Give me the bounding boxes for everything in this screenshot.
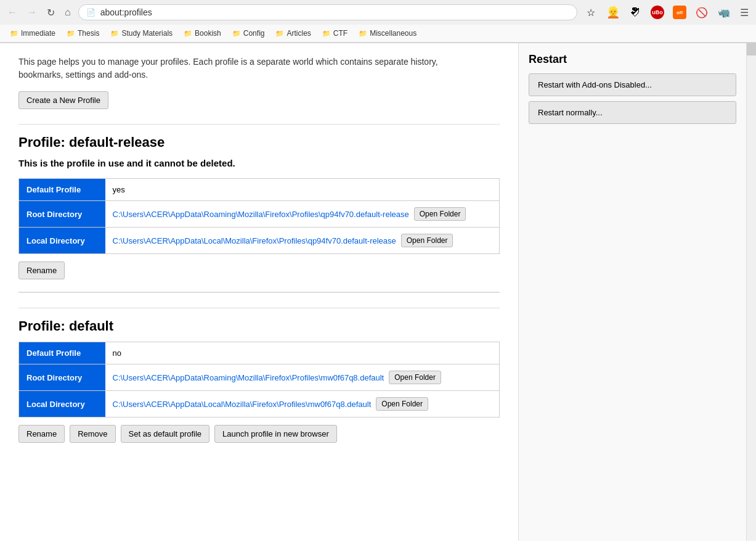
- root-directory-2-value: C:\Users\ACER\AppData\Roaming\Mozilla\Fi…: [105, 364, 500, 390]
- scrollbar[interactable]: [746, 43, 756, 541]
- scrollbar-thumb[interactable]: [747, 43, 756, 56]
- open-folder-root-2-button[interactable]: Open Folder: [389, 371, 441, 384]
- home-button[interactable]: ⌂: [62, 4, 73, 20]
- restart-panel: Restart Restart with Add-ons Disabled...…: [518, 43, 746, 541]
- root-directory-value: C:\Users\ACER\AppData\Roaming\Mozilla\Fi…: [105, 201, 500, 227]
- bookmark-star-icon[interactable]: ☆: [582, 4, 600, 21]
- root-directory-2-label: Root Directory: [19, 364, 105, 391]
- table-row: Root Directory C:\Users\ACER\AppData\Roa…: [19, 364, 500, 391]
- folder-icon: 📁: [275, 30, 284, 38]
- table-row: Root Directory C:\Users\ACER\AppData\Roa…: [19, 201, 500, 228]
- local-directory-value: C:\Users\ACER\AppData\Local\Mozilla\Fire…: [105, 228, 500, 253]
- folder-icon: 📁: [110, 30, 119, 38]
- launch-profile-button[interactable]: Launch profile in new browser: [214, 425, 337, 443]
- profile-default-release-section: Profile: default-release This is the pro…: [18, 124, 500, 279]
- page-icon: 📄: [86, 8, 96, 17]
- profile-1-actions: Rename: [18, 261, 500, 279]
- folder-icon: 📁: [67, 30, 75, 38]
- create-profile-button[interactable]: Create a New Profile: [18, 91, 108, 109]
- bookmark-study-materials[interactable]: 📁 Study Materials: [105, 27, 177, 39]
- block-icon[interactable]: 🚫: [693, 4, 710, 21]
- main-area: This page helps you to manage your profi…: [0, 43, 518, 541]
- table-row: Default Profile yes: [19, 179, 500, 201]
- user-avatar-icon[interactable]: 👱: [604, 4, 622, 21]
- open-folder-local-2-button[interactable]: Open Folder: [376, 397, 428, 411]
- local-directory-2-value: C:\Users\ACER\AppData\Local\Mozilla\Fire…: [105, 391, 500, 417]
- rename-2-button[interactable]: Rename: [18, 425, 65, 443]
- folder-icon: 📁: [359, 30, 367, 38]
- address-bar[interactable]: 📄 about:profiles: [78, 4, 577, 20]
- nav-bar: ← → ↻ ⌂ 📄 about:profiles ☆ 👱 🨈 uBo off 🚫…: [0, 0, 756, 25]
- open-folder-local-1-button[interactable]: Open Folder: [401, 234, 453, 247]
- folder-icon: 📁: [232, 30, 241, 38]
- table-row: Local Directory C:\Users\ACER\AppData\Lo…: [19, 228, 500, 254]
- root-directory-label: Root Directory: [19, 201, 105, 228]
- table-row: Local Directory C:\Users\ACER\AppData\Lo…: [19, 391, 500, 417]
- folder-icon: 📁: [184, 30, 192, 38]
- folder-icon: 📁: [10, 30, 18, 38]
- bookmark-articles[interactable]: 📁 Articles: [270, 27, 315, 39]
- restart-normal-button[interactable]: Restart normally...: [529, 101, 736, 124]
- bookmark-thesis[interactable]: 📁 Thesis: [62, 27, 104, 39]
- profile-1-subtitle: This is the profile in use and it cannot…: [18, 158, 500, 168]
- table-row: Default Profile no: [19, 342, 500, 364]
- separator: [18, 292, 500, 293]
- off-extension-icon[interactable]: off: [671, 4, 688, 21]
- bookmark-miscellaneous[interactable]: 📁 Miscellaneous: [354, 27, 421, 39]
- bookmark-bookish[interactable]: 📁 Bookish: [179, 27, 226, 39]
- menu-button[interactable]: ☰: [738, 4, 751, 21]
- gnome-icon[interactable]: 🦏: [715, 4, 733, 21]
- address-text: about:profiles: [100, 7, 569, 17]
- restart-addons-button[interactable]: Restart with Add-ons Disabled...: [529, 73, 736, 96]
- profile-1-title: Profile: default-release: [18, 134, 500, 150]
- profile-2-actions: Rename Remove Set as default profile Lau…: [18, 425, 500, 443]
- profile-2-table: Default Profile no Root Directory C:\Use…: [18, 342, 500, 417]
- default-profile-label: Default Profile: [19, 179, 105, 201]
- bookmark-config[interactable]: 📁 Config: [227, 27, 270, 39]
- bookmark-ctf[interactable]: 📁 CTF: [317, 27, 352, 39]
- restart-title: Restart: [529, 53, 736, 66]
- profile-2-title: Profile: default: [18, 318, 500, 334]
- set-default-button[interactable]: Set as default profile: [121, 425, 210, 443]
- ublock-icon[interactable]: uBo: [649, 4, 666, 21]
- remove-button[interactable]: Remove: [70, 425, 115, 443]
- profile-default-section: Profile: default Default Profile no Root…: [18, 308, 500, 443]
- folder-icon: 📁: [322, 30, 331, 38]
- extensions-icon[interactable]: 🨈: [627, 4, 644, 21]
- default-profile-value: yes: [105, 179, 500, 200]
- open-folder-root-1-button[interactable]: Open Folder: [414, 207, 466, 221]
- rename-1-button[interactable]: Rename: [18, 261, 65, 279]
- default-profile-2-label: Default Profile: [19, 342, 105, 364]
- local-directory-label: Local Directory: [19, 228, 105, 254]
- default-profile-2-value: no: [105, 342, 500, 364]
- back-button[interactable]: ←: [5, 4, 20, 20]
- bookmarks-bar: 📁 Immediate 📁 Thesis 📁 Study Materials 📁…: [0, 25, 756, 43]
- intro-text: This page helps you to manage your profi…: [18, 56, 450, 81]
- profile-1-table: Default Profile yes Root Directory C:\Us…: [18, 178, 500, 254]
- local-directory-2-label: Local Directory: [19, 391, 105, 417]
- refresh-button[interactable]: ↻: [44, 4, 57, 21]
- forward-button[interactable]: →: [25, 4, 39, 20]
- page-content: This page helps you to manage your profi…: [0, 43, 756, 541]
- bookmark-immediate[interactable]: 📁 Immediate: [5, 27, 60, 39]
